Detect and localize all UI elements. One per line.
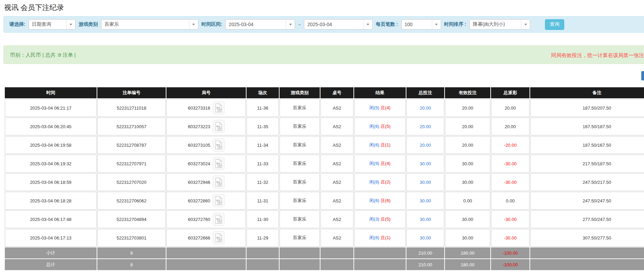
summary-row: 总计 8 210.00 180.00 -100.00 — [5, 259, 644, 270]
video-replay-button[interactable] — [213, 138, 225, 152]
video-replay-button[interactable] — [213, 101, 225, 114]
cell-bet-id: 522312707020 — [97, 173, 166, 191]
cell-payout: -30.00 — [491, 229, 530, 247]
sort-order-select[interactable]: 降幂(由大到小) — [469, 19, 530, 30]
cell-empty — [166, 247, 246, 258]
page-size-value: 100 — [402, 20, 432, 29]
cell-summary-count: 8 — [97, 247, 166, 258]
page-size-select[interactable]: 100 — [401, 19, 441, 30]
cell-game-type: 百家乐 — [280, 229, 320, 247]
table-row: 2025-03-04 06:18:59 522312707020 6032729… — [5, 173, 644, 191]
cell-time: 2025-03-04 06:18:59 — [5, 173, 97, 191]
chevron-down-icon[interactable] — [66, 20, 75, 29]
cell-valid-bet: 30.00 — [445, 229, 490, 247]
cell-round-id: 603273316 — [166, 99, 246, 117]
cell-remark: 167.50/187.50 — [530, 118, 644, 135]
video-replay-button[interactable] — [213, 157, 225, 170]
cell-total-bet: 30.00 — [406, 229, 444, 247]
column-header: 局号 — [166, 87, 246, 98]
chevron-down-icon[interactable] — [521, 20, 530, 29]
cell-session: 11-32 — [247, 173, 279, 191]
cell-session: 11-35 — [247, 118, 279, 135]
cell-empty — [247, 247, 279, 258]
column-header: 游戏类别 — [280, 87, 320, 98]
cell-remark: 217.50/187.50 — [530, 155, 644, 173]
video-replay-button[interactable] — [213, 213, 225, 226]
search-button[interactable]: 查询 — [545, 19, 564, 30]
cell-game-type: 百家乐 — [280, 118, 320, 135]
cell-round-id: 603272666 — [166, 229, 246, 247]
date-to-value: 2025-03-04 — [304, 20, 363, 29]
game-type-value: 百家乐 — [101, 20, 189, 29]
game-type-select[interactable]: 百家乐 — [101, 19, 198, 30]
chevron-down-icon[interactable] — [363, 20, 372, 29]
round-id-text: 603273024 — [188, 161, 210, 166]
cell-game-type: 百家乐 — [280, 155, 320, 173]
cell-summary-valid-bet: 180.00 — [445, 247, 490, 258]
cell-empty — [320, 259, 353, 270]
chevron-down-icon[interactable] — [432, 20, 441, 29]
table-footer: 小计 8 210.00 180.00 -100.00 总计 8 210.00 1… — [5, 247, 644, 270]
video-replay-button[interactable] — [213, 194, 225, 207]
clipped-edge-button[interactable] — [641, 71, 644, 80]
cell-round-id: 603272860 — [166, 192, 246, 210]
cell-game-type: 百家乐 — [280, 173, 320, 191]
cell-payout: -20.00 — [491, 136, 530, 154]
cell-empty — [247, 259, 279, 270]
table-body: 2025-03-04 06:21:17 522312711018 6032733… — [5, 99, 644, 247]
cell-bet-id: 522312706062 — [97, 192, 166, 210]
cell-time: 2025-03-04 06:19:32 — [5, 155, 97, 173]
cell-empty — [530, 259, 644, 270]
cell-summary-valid-bet: 180.00 — [445, 259, 490, 270]
result-banker: 庄(6) — [381, 198, 391, 203]
result-player: 闲(9) — [369, 161, 379, 166]
table-row: 2025-03-04 06:18:28 522312706062 6032728… — [5, 192, 644, 210]
date-from-select[interactable]: 2025-03-04 — [225, 19, 295, 30]
column-header: 有效投注 — [445, 87, 490, 98]
cell-bet-id: 522312707971 — [97, 155, 166, 173]
video-replay-button[interactable] — [213, 231, 225, 244]
video-replay-icon — [215, 178, 222, 187]
cell-time: 2025-03-04 06:18:28 — [5, 192, 97, 210]
cell-valid-bet: 30.00 — [445, 173, 490, 191]
cell-game-type: 百家乐 — [280, 99, 320, 117]
table-row: 2025-03-04 06:17:48 522312704894 6032727… — [5, 210, 644, 228]
page-size-label: 每页笔数 : — [376, 21, 398, 27]
column-header: 场次 — [247, 87, 279, 98]
cell-payout: -30.00 — [491, 155, 530, 173]
round-id-text: 603272946 — [188, 180, 210, 185]
cell-total-bet: 30.00 — [406, 192, 444, 210]
video-replay-button[interactable] — [213, 120, 225, 133]
cell-remark: 247.50/217.50 — [530, 173, 644, 191]
result-player: 闲(6) — [369, 142, 379, 147]
cell-summary-total-bet: 210.00 — [406, 259, 444, 270]
cell-remark: 187.50/167.50 — [530, 136, 644, 154]
cell-game-type: 百家乐 — [280, 136, 320, 154]
round-id-text: 603272860 — [188, 198, 210, 203]
column-header: 备注 — [530, 87, 644, 98]
result-banker: 庄(5) — [381, 124, 391, 129]
page-title: 视讯 会员下注纪录 — [4, 3, 64, 12]
cell-summary-payout: -100.00 — [491, 259, 530, 270]
cell-payout: -30.00 — [491, 173, 530, 191]
video-replay-button[interactable] — [213, 176, 225, 189]
cell-session: 11-36 — [247, 99, 279, 117]
round-id-text: 603273105 — [188, 143, 210, 148]
query-type-select[interactable]: 日期查询 — [29, 19, 76, 30]
cell-summary-label: 小计 — [5, 247, 97, 258]
round-id-text: 603273223 — [188, 124, 210, 129]
cell-table-no: AS2 — [320, 210, 353, 228]
sort-order-label: 时间排序 : — [444, 21, 467, 27]
result-player: 闲(5) — [369, 105, 379, 110]
date-to-select[interactable]: 2025-03-04 — [304, 19, 373, 30]
cell-result: 闲(6) 庄(1) — [354, 136, 406, 154]
cell-session: 11-29 — [247, 229, 279, 247]
chevron-down-icon[interactable] — [189, 20, 198, 29]
chevron-down-icon[interactable] — [286, 20, 295, 29]
cell-result: 闲(6) 庄(5) — [354, 118, 406, 135]
column-header: 总投注 — [406, 87, 444, 98]
query-type-value: 日期查询 — [29, 20, 66, 29]
date-from-value: 2025-03-04 — [226, 20, 286, 29]
cell-table-no: AS2 — [320, 136, 353, 154]
cell-summary-payout: -100.00 — [491, 247, 530, 258]
